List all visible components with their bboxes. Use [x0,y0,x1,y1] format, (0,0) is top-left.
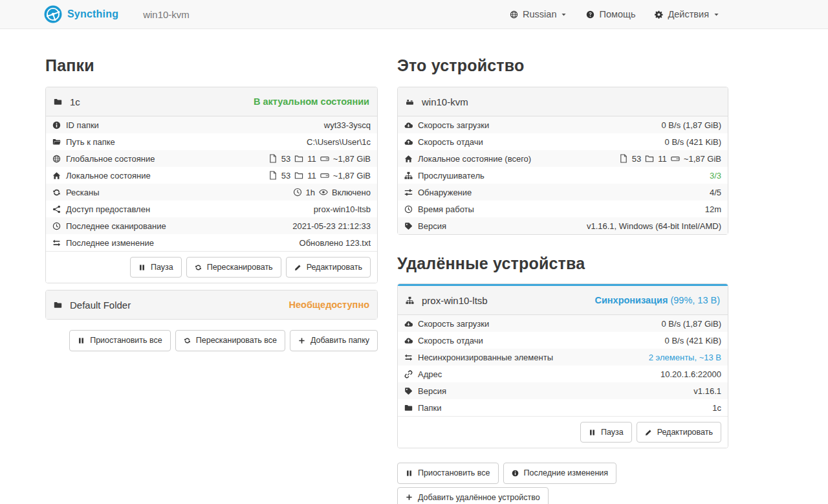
value-text: prox-win10-ltsb [314,204,371,214]
row-label: Адрес [418,369,442,379]
row-value: 2 элементы, ~13 B [649,353,721,362]
file-icon [268,171,278,180]
plus-icon [298,337,305,344]
panel-footer: ПаузаПересканироватьРедактировать [46,251,377,283]
пересканировать-button[interactable]: Пересканировать [186,257,281,278]
редактировать-button[interactable]: Редактировать [286,257,371,278]
folder-open-icon [52,138,61,146]
panel-win10-kvm: win10-kvmСкорость загрузки0 B/s (1,87 Gi… [397,87,728,235]
folder-o-icon [294,171,303,180]
folder-icon [54,98,62,106]
row-label: Доступ предоставлен [66,204,150,214]
caret-down-icon [714,12,719,17]
detail-row: Последнее изменениеОбновлено 123.txt [46,234,377,251]
home-icon [52,171,61,180]
detail-row: Локальное состояние (всего)5311~1,87 GiB [398,150,728,167]
row-value: 0 B/s (1,87 GiB) [662,319,721,329]
row-value: v1.16.1, Windows (64-bit Intel/AMD) [587,221,721,231]
detail-row: Скорость отдачи0 B/s (421 KiB) [398,332,728,349]
value-text: wyt33-3yscq [324,120,371,130]
row-label: Время работы [418,204,474,214]
folder-o-icon [645,154,654,163]
value-text: 53 [281,154,290,164]
value-text: ~1,87 GiB [333,171,371,181]
пауза-button[interactable]: Пауза [580,422,632,443]
cloud-down-icon [404,121,413,129]
nav-действия[interactable]: Действия [655,9,719,19]
nav-помощь[interactable]: Помощь [586,9,635,19]
cloud-up-icon [404,336,413,345]
clock-icon [404,205,413,214]
eye-icon [319,188,328,197]
exchange-icon [404,353,413,362]
panel-header-prox-win10-ltsb[interactable]: prox-win10-ltsbСинхронизация (99%, 13 B) [398,286,728,315]
link-icon [404,370,413,378]
panel-footer: ПаузаРедактировать [398,416,728,448]
value-text: v1.16.1, Windows (64-bit Intel/AMD) [587,221,721,231]
row-value: 5311~1,87 GiB [268,154,371,164]
folder-o-icon [294,154,303,163]
device-icon [406,98,414,106]
row-label: Локальное состояние [66,171,151,181]
row-value: 4/5 [710,188,721,197]
panel-body: Скорость загрузки0 B/s (1,87 GiB)Скорост… [398,315,728,416]
nav-russian[interactable]: Russian [510,9,567,19]
добавить-удалённое-устройство-button[interactable]: Добавить удалённое устройство [397,487,549,504]
panel-header-win10-kvm[interactable]: win10-kvm [398,87,728,116]
detail-row: ID папкиwyt33-3yscq [46,116,377,133]
sitemap-icon [406,296,414,305]
value-text: 0 B/s (1,87 GiB) [662,120,721,130]
row-value: 2021-05-23 21:12:33 [292,221,371,231]
value-text: Включено [332,188,371,197]
top-navbar: Syncthing win10-kvm RussianПомощьДействи… [0,0,828,29]
detail-row: Папки1c [398,399,728,416]
detail-row: Адрес10.20.1.6:22000 [398,366,728,382]
value-text: Обновлено 123.txt [300,238,371,248]
value-text: Синхронизация [594,295,670,305]
пауза-button[interactable]: Пауза [130,257,182,278]
value-text: Необщедоступно [289,300,369,310]
row-label: Скорость загрузки [418,120,489,130]
status-badge: В актуальном состоянии [254,96,369,107]
clock-icon [293,188,302,197]
row-label: Обнаружение [418,188,472,197]
pause-icon [78,337,85,344]
пересканировать-все-button[interactable]: Пересканировать все [175,330,285,351]
value-text: 0 B/s (421 KiB) [665,336,721,345]
приостановить-все-button[interactable]: Приостановить все [69,330,171,351]
file-icon [619,154,628,163]
detail-row: Прослушиватель3/3 [398,167,728,184]
value-text: В актуальном состоянии [254,96,369,107]
row-label: Несинхронизированные элементы [418,353,553,362]
row-label: Ресканы [66,188,100,197]
row-label: Прослушиватель [418,171,485,181]
syncthing-brand[interactable]: Syncthing [44,5,118,23]
row-label: Локальное состояние (всего) [418,154,531,164]
row-value: wyt33-3yscq [324,120,371,130]
row-value: 1hВключено [293,188,371,197]
exchange-icon [52,239,61,247]
panel-header-Default Folder[interactable]: Default FolderНеобщедоступно [46,290,377,319]
panel-header-1c[interactable]: 1cВ актуальном состоянии [46,87,377,116]
remote-devices-list: prox-win10-ltsbСинхронизация (99%, 13 B)… [397,283,728,448]
globe-icon [510,10,518,19]
value-text: (99%, 13 B) [670,295,720,305]
row-value: 1c [712,403,721,413]
добавить-папку-button[interactable]: Добавить папку [290,330,378,351]
value-text: 4/5 [710,188,721,197]
sliders-icon [404,188,413,197]
row-label: Последнее изменение [66,238,154,248]
device-hostname: win10-kvm [143,9,190,20]
detail-row: Скорость загрузки0 B/s (1,87 GiB) [398,116,728,133]
status-badge: Необщедоступно [289,300,369,310]
последние-изменения-button[interactable]: Последние изменения [503,463,617,483]
folder-icon [404,404,413,412]
приостановить-все-button[interactable]: Приостановить все [397,463,499,483]
value-text: 1c [712,403,721,413]
row-value: 0 B/s (421 KiB) [665,137,721,147]
detail-row: Скорость загрузки0 B/s (1,87 GiB) [398,315,728,332]
sitemap-icon [404,171,413,180]
folders-column: Папки 1cВ актуальном состоянииID папкиwy… [45,29,378,351]
row-label: Версия [418,386,446,396]
редактировать-button[interactable]: Редактировать [637,422,721,443]
